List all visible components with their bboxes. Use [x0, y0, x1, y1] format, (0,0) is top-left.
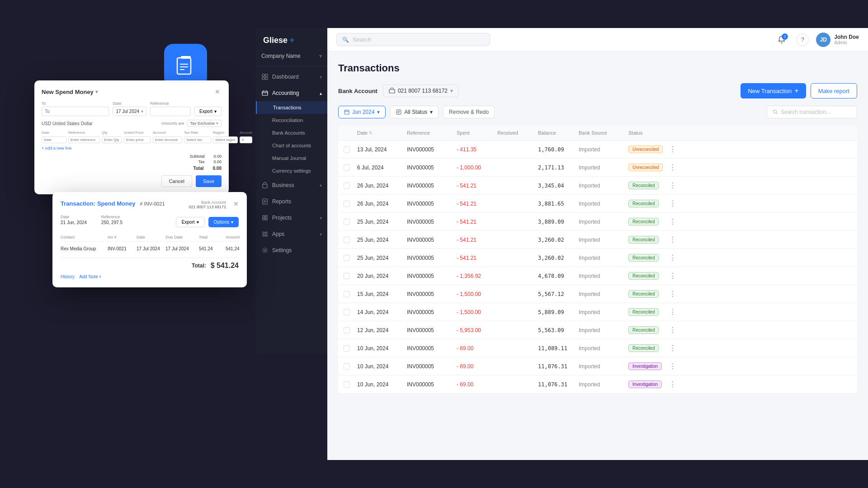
row-more-btn[interactable]: ⋮	[669, 326, 683, 334]
row-spent: - 5,953.00	[457, 327, 497, 333]
table-row[interactable]: 25 Jun, 2024 INV000005 - 541.21 3,260.02…	[338, 249, 857, 267]
row-source: Imported	[579, 363, 628, 370]
sidebar-sub-manual-journal[interactable]: Manual Journal	[256, 152, 327, 164]
table-row[interactable]: 13 Jul, 2024 INV000005 - 411.35 1,760.09…	[338, 141, 857, 159]
sidebar-item-reports[interactable]: Reports	[256, 193, 327, 210]
table-row[interactable]: 10 Jun, 2024 INV000005 - 69.00 11,076.31…	[338, 357, 857, 375]
spend-money-close[interactable]: ✕	[213, 88, 222, 96]
tc-export-btn[interactable]: Export ▾	[176, 217, 205, 227]
reports-label: Reports	[272, 198, 291, 205]
row-checkbox[interactable]	[344, 237, 357, 243]
new-transaction-button[interactable]: New Transaction +	[741, 83, 806, 99]
remove-redo-button[interactable]: Remove & Redo	[443, 106, 495, 118]
row-checkbox[interactable]	[344, 183, 357, 189]
table-row[interactable]: 14 Jun, 2024 INV000005 - 1,500.00 5,889.…	[338, 303, 857, 321]
table-row[interactable]: 26 Jun, 2024 INV000005 - 541.21 3,345.04…	[338, 177, 857, 195]
sidebar-item-projects[interactable]: Projects ▾	[256, 210, 327, 226]
export-button[interactable]: Export ▾	[194, 107, 222, 116]
tc-add-note-link[interactable]: Add Note +	[79, 274, 102, 279]
row-ref-input[interactable]	[68, 136, 100, 143]
row-more-btn[interactable]: ⋮	[669, 163, 683, 172]
make-report-button[interactable]: Make report	[811, 83, 857, 99]
sidebar-item-settings[interactable]: Settings	[256, 242, 327, 258]
tc-options-btn[interactable]: Options ▾	[208, 217, 239, 227]
row-more-btn[interactable]: ⋮	[669, 380, 683, 389]
tc-close-btn[interactable]: ✕	[233, 200, 239, 207]
notification-button[interactable]: 2	[774, 33, 789, 47]
row-checkbox[interactable]	[344, 309, 357, 315]
row-qty-input[interactable]	[102, 136, 122, 143]
table-row[interactable]: 25 Jun, 2024 INV000005 - 541.21 3,260.02…	[338, 231, 857, 249]
row-region-input[interactable]	[213, 136, 238, 143]
sidebar-sub-bank-accounts[interactable]: Bank Accounts	[256, 127, 327, 139]
sidebar-item-dashboard[interactable]: Dashboard ▾	[256, 69, 327, 85]
search-transaction-input[interactable]: Search transaction...	[767, 106, 857, 118]
row-checkbox[interactable]	[344, 146, 357, 153]
row-date-input[interactable]	[42, 136, 66, 143]
row-checkbox[interactable]	[344, 255, 357, 261]
reference-input[interactable]	[150, 107, 191, 116]
table-row[interactable]: 6 Jul, 2024 INV000005 - 1,000.00 2,171.1…	[338, 159, 857, 177]
save-button[interactable]: Save	[196, 175, 222, 187]
row-checkbox[interactable]	[344, 291, 357, 297]
sidebar-item-apps[interactable]: Apps ▾	[256, 226, 327, 242]
table-row[interactable]: 12 Jun, 2024 INV000005 - 5,953.00 5,563.…	[338, 321, 857, 339]
row-more-btn[interactable]: ⋮	[669, 235, 683, 244]
sidebar-sub-reconciliation[interactable]: Reconciliation	[256, 114, 327, 127]
row-checkbox[interactable]	[344, 219, 357, 225]
row-spent: - 1,356.92	[457, 273, 497, 279]
row-checkbox[interactable]	[344, 345, 357, 352]
row-checkbox[interactable]	[344, 273, 357, 279]
row-checkbox[interactable]	[344, 201, 357, 207]
row-account-input[interactable]	[153, 136, 182, 143]
table-row[interactable]: 10 Jun, 2024 INV000005 - 69.00 11,089.11…	[338, 339, 857, 357]
row-more-btn[interactable]: ⋮	[669, 344, 683, 352]
to-input[interactable]	[42, 107, 109, 116]
tax-exclusive-select[interactable]: Tax Exclusive ▾	[187, 120, 222, 127]
row-checkbox[interactable]	[344, 363, 357, 370]
cancel-button[interactable]: Cancel	[161, 175, 192, 187]
table-row[interactable]: 25 Jun, 2024 INV000005 - 541.21 3,889.09…	[338, 213, 857, 231]
user-info[interactable]: JD John Doe Admin	[816, 33, 859, 47]
row-more-btn[interactable]: ⋮	[669, 290, 683, 298]
row-status: Unreconciled	[628, 145, 669, 153]
bank-account-badge[interactable]: 021 8007 113 68172 ▾	[383, 84, 459, 97]
row-date: 10 Jun, 2024	[357, 381, 407, 388]
row-tax-input[interactable]	[184, 136, 211, 143]
th-received: Received	[497, 130, 538, 136]
reference-label: Reference	[150, 101, 191, 106]
row-more-btn[interactable]: ⋮	[669, 362, 683, 371]
col-account: Account	[153, 131, 182, 135]
sidebar-item-accounting[interactable]: Accounting ▴	[256, 85, 327, 101]
sidebar-sub-chart-of-accounts[interactable]: Chart of accounts	[256, 139, 327, 152]
add-line-btn[interactable]: + Add a new line	[42, 146, 222, 150]
row-more-btn[interactable]: ⋮	[669, 217, 683, 226]
company-name-selector[interactable]: Company Name ▾	[256, 53, 327, 65]
status-filter[interactable]: All Status ▾	[390, 106, 439, 118]
row-more-btn[interactable]: ⋮	[669, 145, 683, 154]
date-filter[interactable]: Jun 2024 ▾	[338, 106, 386, 118]
row-checkbox[interactable]	[344, 381, 357, 388]
row-checkbox[interactable]	[344, 327, 357, 333]
row-amount-input[interactable]	[240, 136, 252, 143]
tc-history-link[interactable]: History	[61, 274, 75, 279]
row-more-btn[interactable]: ⋮	[669, 308, 683, 316]
date-field[interactable]: 17 Jul 2024 ▾	[113, 107, 146, 116]
search-box[interactable]: 🔍 Search	[336, 33, 490, 46]
table-row[interactable]: 15 Jun, 2024 INV000005 - 1,500.00 5,567.…	[338, 285, 857, 303]
logo-dot: +	[289, 35, 295, 46]
row-more-btn[interactable]: ⋮	[669, 253, 683, 262]
sidebar-sub-transactions[interactable]: Transactions	[256, 101, 327, 114]
sidebar-item-business[interactable]: Business ▾	[256, 177, 327, 193]
row-price-input[interactable]	[124, 136, 151, 143]
row-more-btn[interactable]: ⋮	[669, 181, 683, 190]
sidebar-sub-currency-settings[interactable]: Currency settings	[256, 164, 327, 177]
row-more-btn[interactable]: ⋮	[669, 199, 683, 208]
row-more-btn[interactable]: ⋮	[669, 272, 683, 280]
sidebar: Gliese+ Company Name ▾ Dashboard ▾	[256, 28, 327, 353]
table-row[interactable]: 26 Jun, 2024 INV000005 - 541.21 3,881.65…	[338, 195, 857, 213]
table-row[interactable]: 20 Jun, 2024 INV000005 - 1,356.92 4,678.…	[338, 267, 857, 285]
table-row[interactable]: 10 Jun, 2024 INV000005 - 69.00 11,076.31…	[338, 375, 857, 394]
help-button[interactable]: ?	[796, 33, 809, 46]
row-checkbox[interactable]	[344, 164, 357, 171]
